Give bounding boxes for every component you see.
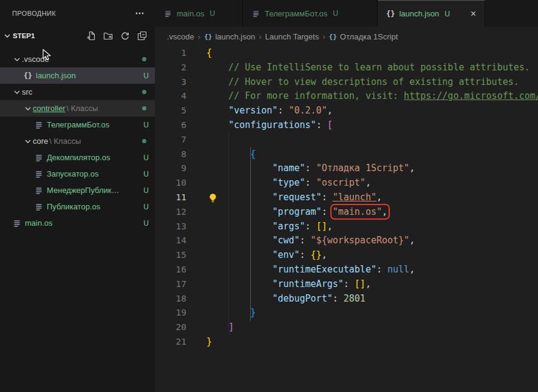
line-number: 11: [155, 191, 186, 205]
tab-launch-json[interactable]: {}launch.jsonU×: [378, 0, 485, 27]
tree-item-controller[interactable]: controller\ Классы: [0, 100, 155, 117]
tree-item-декомпилятор-os[interactable]: Декомпилятор.osU: [0, 149, 155, 166]
braces-file-icon: {}: [23, 72, 33, 80]
file-icon: [251, 9, 260, 18]
code-line-6[interactable]: 6 "configurations": [: [155, 118, 538, 133]
code-line-4[interactable]: 4 // For more information, visit: https:…: [155, 89, 538, 104]
code-line-7[interactable]: 7: [155, 133, 538, 147]
code-editor[interactable]: 1{2 // Use IntelliSense to learn about p…: [155, 46, 538, 392]
code-text: "request": "launch",: [206, 191, 382, 205]
explorer-actions: [84, 29, 149, 42]
workspace-section-header[interactable]: STEP1: [0, 27, 155, 45]
code-line-14[interactable]: 14 "cwd": "${workspaceRoot}",: [155, 234, 538, 248]
git-untracked-badge: U: [333, 9, 338, 18]
editor-area: main.osUТелеграммБот.osU{}launch.jsonU× …: [155, 0, 538, 392]
code-line-17[interactable]: 17 "runtimeArgs": [],: [155, 277, 538, 292]
breadcrumb-item-отладка-1script[interactable]: {}Отладка 1Script: [329, 32, 398, 41]
code-line-21[interactable]: 21}: [155, 335, 538, 350]
code-line-1[interactable]: 1{: [155, 46, 538, 61]
git-untracked-badge: U: [140, 170, 149, 178]
breadcrumb-separator: ›: [255, 32, 265, 41]
line-number: 19: [155, 306, 186, 320]
lightbulb-icon[interactable]: [208, 193, 218, 203]
modified-dot-badge: [142, 106, 146, 110]
refresh-icon[interactable]: [118, 29, 132, 42]
tab-main-os[interactable]: main.osU: [155, 0, 243, 27]
tree-item-публикатор-os[interactable]: Публикатор.osU: [0, 198, 155, 215]
code-text: // For more information, visit: https://…: [206, 89, 538, 104]
line-number: 7: [155, 133, 186, 147]
code-line-10[interactable]: 10 "type": "oscript",: [155, 176, 538, 191]
tree-item-запускатор-os[interactable]: Запускатор.osU: [0, 166, 155, 182]
breadcrumb-item-launch-targets[interactable]: Launch Targets: [265, 32, 319, 41]
file-icon: [34, 186, 44, 195]
tree-item-менеджерпублик[interactable]: МенеджерПублик…U: [0, 182, 155, 198]
code-line-18[interactable]: 18 "debugPort": 2801: [155, 292, 538, 306]
tree-item-launch-json[interactable]: {}launch.jsonU: [0, 67, 155, 84]
code-text: "type": "oscript",: [206, 176, 371, 191]
more-actions-icon[interactable]: [133, 7, 146, 20]
code-line-13[interactable]: 13 "args": [],: [155, 220, 538, 234]
git-untracked-badge: U: [210, 9, 216, 18]
code-text: "args": [],: [206, 220, 333, 234]
line-number: 1: [155, 46, 186, 61]
tab-bar: main.osUТелеграммБот.osU{}launch.jsonU×: [155, 0, 538, 27]
file-icon: [34, 153, 44, 163]
line-number: 14: [155, 234, 186, 248]
breadcrumb-item-launch-json[interactable]: {}launch.json: [204, 32, 255, 41]
code-text: "runtimeExecutable": null,: [206, 263, 415, 277]
tree-item-suffix: \ Классы: [66, 104, 98, 113]
braces-symbol-icon: {}: [329, 33, 337, 41]
breadcrumb-label: Launch Targets: [265, 32, 319, 41]
code-text: // Use IntelliSense to learn about possi…: [206, 61, 530, 75]
git-untracked-badge: U: [140, 186, 149, 195]
line-number: 20: [155, 320, 186, 335]
code-line-8[interactable]: 8 {: [155, 147, 538, 162]
code-line-12[interactable]: 12 "program": "main.os",: [155, 205, 538, 220]
code-line-15[interactable]: 15 "env": {},: [155, 248, 538, 263]
line-number: 5: [155, 104, 186, 118]
code-text: "program": "main.os",: [206, 205, 387, 220]
file-icon: [12, 218, 22, 228]
tree-item-label: main.os: [25, 218, 53, 228]
explorer-title: ПРОВОДНИК: [12, 10, 56, 17]
braces-symbol-icon: {}: [204, 33, 212, 41]
line-number: 17: [155, 277, 186, 292]
tab-label: main.os: [177, 9, 205, 18]
line-number: 15: [155, 248, 186, 263]
code-line-9[interactable]: 9 "name": "Отладка 1Script",: [155, 161, 538, 176]
code-text: }: [206, 306, 256, 320]
chevron-down-icon: [12, 55, 22, 64]
tree-item-телеграммбот-os[interactable]: ТелеграммБот.osU: [0, 117, 155, 133]
code-line-20[interactable]: 20 ]: [155, 320, 538, 335]
braces-file-icon: {}: [386, 10, 395, 18]
new-folder-icon[interactable]: [101, 29, 115, 42]
indent-guide: [228, 133, 229, 335]
code-line-3[interactable]: 3 // Hover to view descriptions of exist…: [155, 75, 538, 90]
chevron-down-icon: [23, 137, 33, 146]
code-text: {: [206, 147, 256, 162]
code-text: "version": "0.2.0",: [206, 104, 333, 118]
tree-item-src[interactable]: src: [0, 84, 155, 100]
code-line-2[interactable]: 2 // Use IntelliSense to learn about pos…: [155, 61, 538, 75]
tree-item-vscode[interactable]: .vscode: [0, 51, 155, 67]
breadcrumb-label: Отладка 1Script: [340, 32, 398, 41]
code-line-16[interactable]: 16 "runtimeExecutable": null,: [155, 263, 538, 277]
tree-item-suffix: \ Классы: [49, 137, 81, 146]
breadcrumb-item-vscode[interactable]: .vscode: [167, 32, 194, 41]
code-line-5[interactable]: 5 "version": "0.2.0",: [155, 104, 538, 118]
tab-телеграммбот-os[interactable]: ТелеграммБот.osU: [243, 0, 378, 27]
code-text: "name": "Отладка 1Script",: [206, 161, 415, 176]
tree-item-core[interactable]: core\ Классы: [0, 133, 155, 149]
collapse-all-icon[interactable]: [135, 29, 149, 42]
code-line-19[interactable]: 19 }: [155, 306, 538, 320]
file-icon: [34, 120, 44, 130]
annotation-box: "main.os",: [333, 206, 387, 217]
git-untracked-badge: U: [140, 72, 149, 80]
git-untracked-badge: U: [140, 203, 149, 211]
line-number: 21: [155, 335, 186, 350]
tree-item-main-os[interactable]: main.osU: [0, 215, 155, 231]
new-file-icon[interactable]: [84, 29, 98, 42]
close-icon[interactable]: ×: [466, 9, 476, 19]
breadcrumb-label: .vscode: [167, 32, 194, 41]
